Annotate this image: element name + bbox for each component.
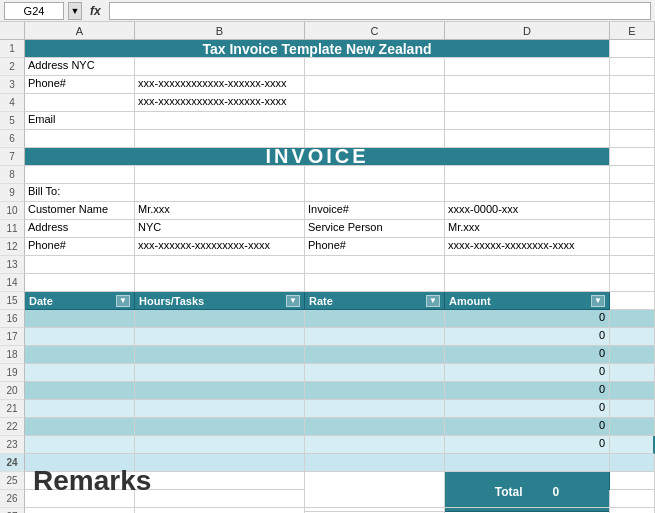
row3-col-a[interactable]: Phone#: [25, 76, 135, 94]
row19-date[interactable]: [25, 364, 135, 382]
row23-hours[interactable]: [135, 436, 305, 454]
row11-col-c[interactable]: Service Person: [305, 220, 445, 238]
row-num-1: 1: [0, 40, 25, 58]
row-9: 9 Bill To:: [0, 184, 655, 202]
row11-col-d[interactable]: Mr.xxx: [445, 220, 610, 238]
row26-col-c: [305, 490, 445, 508]
row24-col-c[interactable]: [305, 454, 445, 472]
row11-col-b[interactable]: NYC: [135, 220, 305, 238]
row17-hours[interactable]: [135, 328, 305, 346]
row19-amount[interactable]: 0: [445, 364, 610, 382]
row16-amount[interactable]: 0: [445, 310, 610, 328]
row23-amount[interactable]: 0: [445, 436, 610, 454]
row-15: 15 Date ▼ Hours/Tasks ▼ Rate ▼ Amount ▼: [0, 292, 655, 310]
title-cell[interactable]: Tax Invoice Template New Zealand: [25, 40, 610, 58]
row18-col-e: [610, 346, 655, 364]
row3-col-d: [445, 76, 610, 94]
row22-amount[interactable]: 0: [445, 418, 610, 436]
row21-rate[interactable]: [305, 400, 445, 418]
row-26: 26: [0, 490, 655, 508]
remarks-cell[interactable]: Remarks: [25, 472, 305, 490]
row-8: 8: [0, 166, 655, 184]
row10-col-d[interactable]: xxxx-0000-xxx: [445, 202, 610, 220]
row-num-24: 24: [0, 454, 25, 472]
col-rate-header[interactable]: Rate ▼: [305, 292, 445, 310]
row16-date[interactable]: [25, 310, 135, 328]
row12-col-b[interactable]: xxx-xxxxxx-xxxxxxxxx-xxxx: [135, 238, 305, 256]
col-date-header[interactable]: Date ▼: [25, 292, 135, 310]
row24-col-b[interactable]: [135, 454, 305, 472]
cell-reference[interactable]: [4, 2, 64, 20]
row3-col-b[interactable]: xxx-xxxxxxxxxxxx-xxxxxx-xxxx: [135, 76, 305, 94]
hours-filter-btn[interactable]: ▼: [286, 295, 300, 307]
col-header-b[interactable]: B: [135, 22, 305, 39]
row12-col-c[interactable]: Phone#: [305, 238, 445, 256]
row20-hours[interactable]: [135, 382, 305, 400]
row18-amount[interactable]: 0: [445, 346, 610, 364]
row10-col-b[interactable]: Mr.xxx: [135, 202, 305, 220]
row18-date[interactable]: [25, 346, 135, 364]
row-1: 1 Tax Invoice Template New Zealand: [0, 40, 655, 58]
row26-col-d: [445, 490, 610, 508]
row22-rate[interactable]: [305, 418, 445, 436]
amount-filter-btn[interactable]: ▼: [591, 295, 605, 307]
row17-col-e: [610, 328, 655, 346]
row11-col-a[interactable]: Address: [25, 220, 135, 238]
row21-hours[interactable]: [135, 400, 305, 418]
row-18: 18 0: [0, 346, 655, 364]
row18-rate[interactable]: [305, 346, 445, 364]
row21-amount[interactable]: 0: [445, 400, 610, 418]
row18-hours[interactable]: [135, 346, 305, 364]
row10-col-c[interactable]: Invoice#: [305, 202, 445, 220]
row20-date[interactable]: [25, 382, 135, 400]
row11-col-e: [610, 220, 655, 238]
date-filter-btn[interactable]: ▼: [116, 295, 130, 307]
col-header-e[interactable]: E: [610, 22, 655, 39]
row16-hours[interactable]: [135, 310, 305, 328]
row12-col-d[interactable]: xxxx-xxxxx-xxxxxxxx-xxxx: [445, 238, 610, 256]
row22-hours[interactable]: [135, 418, 305, 436]
row24-col-d[interactable]: [445, 454, 610, 472]
row19-hours[interactable]: [135, 364, 305, 382]
col-hours-header[interactable]: Hours/Tasks ▼: [135, 292, 305, 310]
row10-col-a[interactable]: Customer Name: [25, 202, 135, 220]
row5-col-a[interactable]: Email: [25, 112, 135, 130]
invoice-title-cell[interactable]: INVOICE: [25, 148, 610, 166]
row27-col-e: [610, 508, 655, 513]
spreadsheet: A B C D E 1 Tax Invoice Template New Zea…: [0, 22, 655, 513]
cell-ref-dropdown[interactable]: ▼: [68, 2, 82, 20]
row2-col-c: [305, 58, 445, 76]
row21-date[interactable]: [25, 400, 135, 418]
row22-date[interactable]: [25, 418, 135, 436]
row8-col-b: [135, 166, 305, 184]
row26-col-e: [610, 490, 655, 508]
rate-filter-btn[interactable]: ▼: [426, 295, 440, 307]
row-num-13: 13: [0, 256, 25, 274]
row20-rate[interactable]: [305, 382, 445, 400]
row4-col-b[interactable]: xxx-xxxxxxxxxxxx-xxxxxx-xxxx: [135, 94, 305, 112]
row17-date[interactable]: [25, 328, 135, 346]
row19-rate[interactable]: [305, 364, 445, 382]
row9-col-d: [445, 184, 610, 202]
row12-col-a[interactable]: Phone#: [25, 238, 135, 256]
row16-col-e: [610, 310, 655, 328]
col-header-c[interactable]: C: [305, 22, 445, 39]
row13-col-c: [305, 256, 445, 274]
row2-col-a[interactable]: Address NYC: [25, 58, 135, 76]
col-header-a[interactable]: A: [25, 22, 135, 39]
row17-rate[interactable]: [305, 328, 445, 346]
row-5: 5 Email: [0, 112, 655, 130]
row-num-8: 8: [0, 166, 25, 184]
row9-col-a[interactable]: Bill To:: [25, 184, 135, 202]
row16-rate[interactable]: [305, 310, 445, 328]
formula-input[interactable]: [109, 2, 651, 20]
row23-rate[interactable]: [305, 436, 445, 454]
col-amount-header[interactable]: Amount ▼: [445, 292, 610, 310]
row8-col-c: [305, 166, 445, 184]
col-header-d[interactable]: D: [445, 22, 610, 39]
row17-amount[interactable]: 0: [445, 328, 610, 346]
row4-col-c: [305, 94, 445, 112]
row20-amount[interactable]: 0: [445, 382, 610, 400]
row23-date[interactable]: [25, 436, 135, 454]
row-num-22: 22: [0, 418, 25, 436]
